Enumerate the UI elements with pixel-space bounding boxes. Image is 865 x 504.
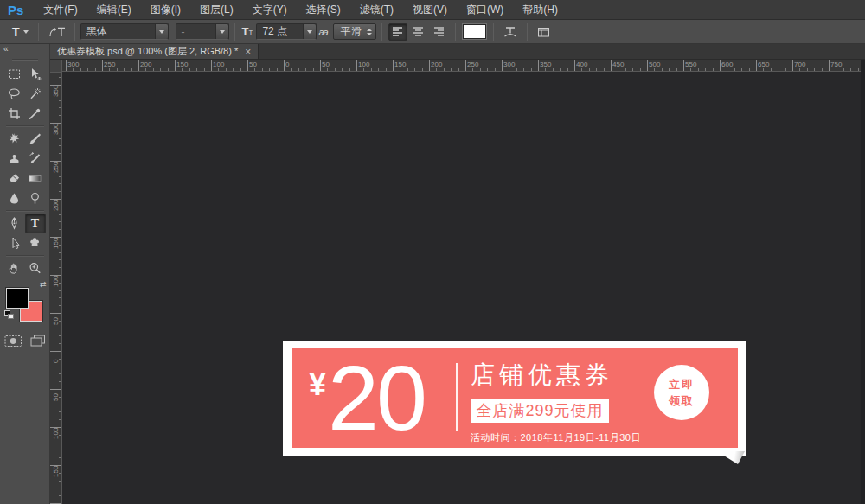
options-bar: T 黑体 - TT 72 点 aa 平滑 (0, 20, 865, 44)
h-ruler-label: 400 (576, 61, 587, 68)
divider (381, 23, 382, 41)
close-icon[interactable]: × (245, 47, 251, 57)
tool-eraser[interactable] (4, 169, 25, 188)
menu-item-filter[interactable]: 滤镜(T) (350, 0, 403, 19)
coupon-background: ¥ 20 店铺优惠券 全店满299元使用 活动时间：2018年11月19日-11… (292, 348, 738, 448)
type-tool-icon: T (31, 217, 39, 231)
menu-item-edit[interactable]: 编辑(E) (87, 0, 141, 19)
quick-mask-button[interactable] (4, 335, 22, 348)
marquee-icon (7, 67, 22, 81)
menu-item-select[interactable]: 选择(S) (297, 0, 350, 19)
menu-item-view[interactable]: 视图(V) (403, 0, 457, 19)
character-panel-icon (536, 26, 551, 38)
clone-stamp-icon (7, 151, 22, 166)
text-orientation-button[interactable] (44, 25, 69, 38)
eyedropper-icon (28, 106, 42, 121)
default-colors-icon[interactable] (4, 310, 15, 320)
chevron-down-icon (220, 30, 225, 34)
divider (455, 23, 456, 41)
h-ruler-label: 200 (431, 61, 442, 68)
color-swatches: ⇄ (3, 282, 47, 327)
dropdown-arrow[interactable] (303, 24, 316, 39)
dropdown-arrow[interactable] (155, 24, 168, 39)
font-size-icon: TT (242, 27, 253, 36)
menu-item-image[interactable]: 图像(I) (141, 0, 190, 19)
tool-spot-healing-brush[interactable] (4, 129, 25, 149)
h-ruler-label: 500 (649, 61, 660, 68)
tool-lasso[interactable] (4, 84, 25, 104)
tool-path-selection[interactable] (4, 233, 25, 253)
chevron-down-icon (159, 30, 164, 34)
zoom-icon (28, 261, 42, 276)
h-ruler-label: 100 (213, 61, 224, 68)
ruler-origin-corner[interactable] (50, 60, 62, 73)
anti-alias-select[interactable]: 平滑 (333, 23, 376, 40)
tool-horizontal-type[interactable]: T (25, 214, 46, 233)
eraser-icon (7, 171, 22, 186)
document-tab-bar: 优惠券模板.psd @ 100% (图层 2, RGB/8) * × (50, 44, 865, 60)
panel-grip[interactable] (0, 55, 49, 63)
tool-zoom[interactable] (25, 258, 46, 278)
vertical-ruler[interactable]: 35030025020015010050050100150200 (50, 72, 62, 504)
align-left-icon (392, 26, 403, 37)
tool-blur[interactable] (4, 188, 25, 208)
tool-dodge[interactable] (25, 188, 46, 208)
tool-brush[interactable] (25, 129, 46, 149)
claim-line1: 立即 (669, 376, 695, 392)
menubar-items: 文件(F)编辑(E)图像(I)图层(L)文字(Y)选择(S)滤镜(T)视图(V)… (34, 0, 567, 19)
tool-magic-wand[interactable] (25, 84, 46, 104)
h-ruler-label: 300 (67, 61, 79, 68)
align-center-button[interactable] (409, 23, 428, 41)
tool-preset-picker[interactable]: T (8, 23, 33, 41)
v-ruler-label: 150 (52, 238, 60, 249)
warp-text-button[interactable] (499, 25, 522, 39)
font-size-value: 72 点 (257, 24, 303, 39)
tool-group-divider (4, 253, 46, 258)
anti-alias-icon: aa (318, 27, 327, 37)
path-selection-icon (7, 236, 22, 251)
tool-rectangular-marquee[interactable] (4, 64, 25, 84)
menu-item-file[interactable]: 文件(F) (34, 0, 86, 19)
tool-hand[interactable] (4, 258, 25, 278)
h-ruler-label: 150 (176, 61, 188, 68)
h-ruler-label: 50 (249, 61, 257, 68)
font-family-select[interactable]: 黑体 (80, 23, 169, 40)
dropdown-arrow[interactable] (215, 24, 228, 39)
magic-wand-icon (28, 86, 42, 101)
chevron-down-icon (307, 30, 312, 34)
screen-mode-button[interactable] (29, 334, 46, 348)
align-left-button[interactable] (388, 23, 407, 41)
font-style-select[interactable]: - (176, 23, 229, 40)
swap-colors-icon[interactable]: ⇄ (40, 280, 47, 289)
menu-item-type[interactable]: 文字(Y) (243, 0, 297, 19)
toggle-panels-button[interactable] (533, 26, 554, 38)
v-ruler-label: 300 (52, 124, 60, 135)
chevron-down-icon (23, 30, 29, 34)
currency-symbol: ¥ (309, 367, 326, 403)
collapse-panel-icon[interactable]: « (0, 44, 49, 55)
canvas-area[interactable]: 3002502001501005005010015020025030035040… (50, 60, 865, 504)
menu-item-help[interactable]: 帮助(H) (513, 0, 567, 19)
tool-crop[interactable] (4, 104, 25, 124)
blur-drop-icon (7, 191, 22, 206)
h-ruler-label: 550 (685, 61, 696, 68)
tool-gradient[interactable] (25, 169, 46, 188)
horizontal-ruler[interactable]: 3002502001501005005010015020025030035040… (50, 60, 865, 72)
tool-eyedropper[interactable] (25, 104, 46, 124)
document-tab[interactable]: 优惠券模板.psd @ 100% (图层 2, RGB/8) * × (50, 44, 259, 59)
align-right-button[interactable] (430, 23, 449, 41)
type-tool-icon: T (12, 25, 20, 39)
menu-item-layer[interactable]: 图层(L) (190, 0, 243, 19)
tool-history-brush[interactable] (25, 149, 46, 169)
text-color-swatch[interactable] (463, 24, 486, 39)
menu-item-window[interactable]: 窗口(W) (457, 0, 513, 19)
font-family-value: 黑体 (81, 24, 155, 39)
font-size-select[interactable]: 72 点 (256, 23, 317, 40)
tool-move[interactable] (25, 64, 46, 84)
tool-custom-shape[interactable] (25, 233, 46, 253)
tool-clone-stamp[interactable] (4, 149, 25, 169)
coupon-document: ¥ 20 店铺优惠券 全店满299元使用 活动时间：2018年11月19日-11… (283, 341, 746, 456)
h-ruler-label: 150 (394, 61, 406, 68)
foreground-color-swatch[interactable] (6, 288, 29, 309)
tool-pen[interactable] (4, 214, 25, 233)
